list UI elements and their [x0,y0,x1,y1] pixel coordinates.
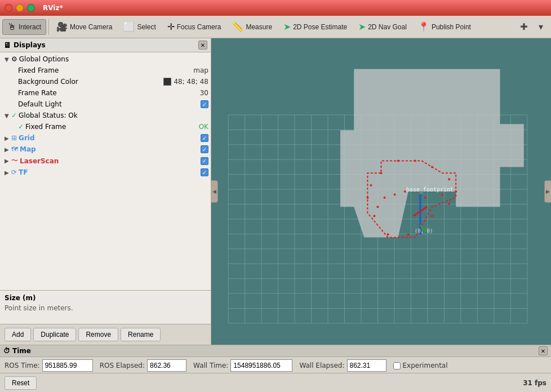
background-color-label: Background Color [18,78,159,86]
wall-elapsed-field: Wall Elapsed: [299,359,386,372]
separator-1 [48,19,49,35]
select-button[interactable]: ⬜ Select [118,19,161,35]
global-options-row[interactable]: ▼ ⚙ Global Options [0,54,211,65]
map-icon: 🗺 [11,145,18,153]
minimize-button[interactable] [16,4,24,12]
map-checkbox[interactable] [201,145,208,153]
global-status-arrow[interactable]: ▼ [5,113,11,119]
grid-row[interactable]: ▶ ⊞ Grid [0,132,211,144]
background-color-row[interactable]: Background Color 48; 48; 48 [0,76,211,87]
measure-button[interactable]: 📏 Measure [227,19,277,35]
time-title-text: Time [12,347,31,355]
laserscan-checkbox[interactable] [201,157,208,165]
time-close-button[interactable]: ✕ [539,346,548,355]
pose-estimate-label: 2D Pose Estimate [293,23,347,31]
time-panel: ⏱ Time ✕ ROS Time: ROS Elapsed: Wall Tim… [0,345,551,373]
grid-icon: ⊞ [11,134,17,142]
wall-elapsed-label: Wall Elapsed: [299,362,344,369]
default-light-value [201,100,208,108]
move-camera-button[interactable]: 🎥 Move Camera [51,19,117,35]
tf-row[interactable]: ▶ ⟳ TF [0,167,211,178]
fixed-frame-row[interactable]: Fixed Frame map [0,65,211,76]
laserscan-icon: 〜 [11,156,18,166]
rename-button[interactable]: Rename [121,328,161,341]
interact-button[interactable]: 🖱 Interact [2,19,46,35]
ros-elapsed-label: ROS Elapsed: [100,362,145,369]
experimental-label: Experimental [403,362,448,369]
ros-time-field: ROS Time: [5,359,93,372]
wall-time-input[interactable] [230,359,292,372]
map-arrow[interactable]: ▶ [5,146,11,153]
3d-viewport[interactable] [211,38,551,345]
select-label: Select [137,23,155,31]
grid-arrow[interactable]: ▶ [5,135,11,141]
collapse-handle-right[interactable]: ▶ [544,180,551,203]
toolbar-menu-button[interactable]: ▾ [533,19,549,35]
laserscan-label: LaserScan [20,157,201,165]
displays-close-button[interactable]: ✕ [198,41,207,50]
background-color-value: 48; 48; 48 [163,78,208,86]
map-row[interactable]: ▶ 🗺 Map [0,144,211,155]
grid-label: Grid [19,134,201,142]
experimental-checkbox[interactable] [393,362,401,369]
grid-checkbox[interactable] [201,134,208,142]
tf-checkbox[interactable] [201,168,208,176]
fixed-frame-value: map [193,66,208,74]
fps-display: 31 fps [523,379,546,387]
fixed-frame-status-row[interactable]: ✓ Fixed Frame OK [0,121,211,132]
fixed-frame-status-value: OK [199,123,208,131]
laserscan-row[interactable]: ▶ 〜 LaserScan [0,155,211,167]
tf-icon: ⟳ [11,168,17,176]
global-status-row[interactable]: ▼ ✓ Global Status: Ok [0,110,211,121]
default-light-row[interactable]: Default Light [0,99,211,110]
nav-goal-icon: ➤ [358,21,366,32]
nav-goal-button[interactable]: ➤ 2D Nav Goal [353,19,412,35]
fixed-frame-status-label: Fixed Frame [25,123,194,131]
publish-point-button[interactable]: 📍 Publish Point [413,19,476,35]
time-header: ⏱ Time ✕ [0,345,551,357]
toolbar: 🖱 Interact 🎥 Move Camera ⬜ Select ✛ Focu… [0,16,551,38]
reset-button[interactable]: Reset [5,376,37,390]
tree-view[interactable]: ▼ ⚙ Global Options Fixed Frame map Backg… [0,52,211,290]
ros-elapsed-field: ROS Elapsed: [100,359,186,372]
background-color-swatch [163,78,171,86]
global-status-check: ✓ [11,112,17,119]
displays-icon: 🖥 [3,41,11,50]
collapse-handle-left[interactable]: ◀ [211,180,218,203]
select-icon: ⬜ [123,21,135,32]
close-button[interactable] [5,4,12,12]
focus-camera-button[interactable]: ✛ Focus Camera [162,19,226,35]
laserscan-arrow[interactable]: ▶ [5,158,11,164]
remove-button[interactable]: Remove [78,328,118,341]
add-button[interactable]: Add [5,328,31,341]
view-panel[interactable]: ◀ ▶ [211,38,551,345]
focus-camera-label: Focus Camera [177,23,221,31]
ros-elapsed-input[interactable] [147,359,186,372]
global-status-label: Global Status: Ok [19,112,208,119]
info-panel-text: Point size in meters. [5,304,206,312]
move-camera-label: Move Camera [70,23,112,31]
default-light-checkbox[interactable] [201,100,208,108]
tf-arrow[interactable]: ▶ [5,170,11,176]
pose-estimate-icon: ➤ [283,21,291,32]
nav-goal-label: 2D Nav Goal [368,23,407,31]
default-light-label: Default Light [18,100,196,108]
interact-label: Interact [19,23,41,31]
publish-point-label: Publish Point [432,23,471,31]
ros-time-input[interactable] [42,359,93,372]
maximize-button[interactable] [27,4,35,12]
main-layout: 🖥 Displays ✕ ▼ ⚙ Global Options Fixed Fr… [0,38,551,345]
add-toolbar-item-button[interactable]: ✚ [516,19,532,35]
toolbar-extras: ✚ ▾ [516,19,549,35]
pose-estimate-button[interactable]: ➤ 2D Pose Estimate [278,19,352,35]
frame-rate-row[interactable]: Frame Rate 30 [0,87,211,99]
global-options-arrow[interactable]: ▼ [5,56,11,63]
duplicate-button[interactable]: Duplicate [33,328,76,341]
status-bar: Reset 31 fps [0,373,551,392]
tf-label: TF [19,168,201,176]
buttons-row: Add Duplicate Remove Rename [0,324,211,345]
wall-elapsed-input[interactable] [347,359,386,372]
ros-time-label: ROS Time: [5,362,40,369]
displays-title: 🖥 Displays [3,41,46,50]
focus-camera-icon: ✛ [167,21,175,32]
